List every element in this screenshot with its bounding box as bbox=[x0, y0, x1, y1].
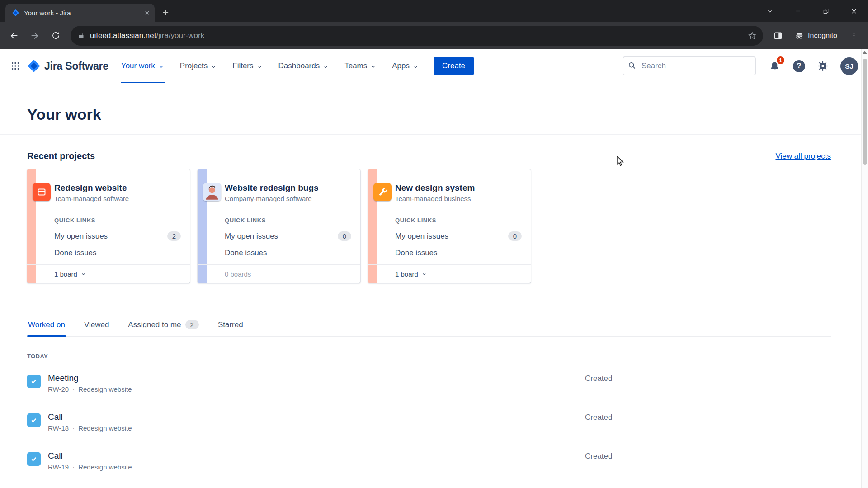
back-icon[interactable] bbox=[5, 26, 24, 45]
nav-projects[interactable]: Projects bbox=[180, 49, 217, 83]
section-heading-today: TODAY bbox=[27, 353, 831, 360]
side-panel-icon[interactable] bbox=[769, 26, 788, 45]
work-item-title[interactable]: Meeting bbox=[48, 373, 132, 383]
board-count-label: 0 boards bbox=[225, 270, 251, 278]
tab-label: Assigned to me bbox=[128, 320, 181, 329]
project-card[interactable]: Website redesign bugs Company-managed so… bbox=[198, 169, 360, 283]
done-issues-link[interactable]: Done issues bbox=[54, 249, 181, 258]
forward-icon[interactable] bbox=[25, 26, 44, 45]
work-item[interactable]: Meeting RW-20 · Redesign website Created bbox=[27, 373, 831, 393]
project-type: Company-managed software bbox=[225, 195, 351, 202]
title-divider bbox=[0, 134, 868, 135]
chevron-down-icon bbox=[421, 271, 427, 277]
work-item-title[interactable]: Call bbox=[48, 451, 132, 461]
user-avatar[interactable]: SJ bbox=[840, 57, 858, 75]
board-selector[interactable]: 1 board bbox=[27, 264, 190, 283]
done-issues-link[interactable]: Done issues bbox=[395, 249, 522, 258]
create-button[interactable]: Create bbox=[434, 57, 474, 75]
done-issues-label: Done issues bbox=[395, 249, 438, 258]
project-type: Team-managed software bbox=[54, 195, 181, 202]
main-navigation: Your work Projects Filters Dashboards Te… bbox=[121, 49, 419, 83]
tab-viewed[interactable]: Viewed bbox=[83, 315, 110, 336]
work-tabs: Worked on Viewed Assigned to me 2 Starre… bbox=[27, 315, 831, 337]
window-close-icon[interactable] bbox=[840, 0, 868, 22]
done-issues-link[interactable]: Done issues bbox=[225, 249, 351, 258]
browser-toolbar: uifeed.atlassian.net/jira/your-work Inco… bbox=[0, 22, 868, 49]
tab-close-icon[interactable] bbox=[144, 10, 150, 16]
app-switcher-icon[interactable] bbox=[6, 57, 24, 75]
work-item-title[interactable]: Call bbox=[48, 412, 132, 422]
nav-your-work[interactable]: Your work bbox=[121, 49, 165, 83]
view-all-projects-link[interactable]: View all projects bbox=[775, 152, 831, 161]
nav-label: Your work bbox=[121, 61, 155, 70]
task-checkmark-icon bbox=[27, 375, 41, 388]
tab-worked-on[interactable]: Worked on bbox=[27, 315, 66, 336]
tab-label: Worked on bbox=[28, 320, 65, 329]
recent-projects-heading: Recent projects bbox=[27, 151, 95, 161]
notifications-button[interactable]: 1 bbox=[768, 59, 781, 73]
nav-teams[interactable]: Teams bbox=[344, 49, 377, 83]
page-title: Your work bbox=[27, 106, 831, 123]
scrollbar-up-arrow-icon[interactable] bbox=[863, 51, 867, 54]
nav-filters[interactable]: Filters bbox=[232, 49, 263, 83]
help-button[interactable]: ? bbox=[793, 60, 805, 72]
project-card[interactable]: New design system Team-managed business … bbox=[368, 169, 531, 283]
chevron-down-icon bbox=[80, 271, 86, 277]
issue-key: RW-19 bbox=[48, 463, 69, 471]
tab-starred[interactable]: Starred bbox=[217, 315, 244, 336]
nav-label: Projects bbox=[180, 61, 208, 70]
incognito-icon bbox=[795, 31, 804, 40]
project-name[interactable]: Website redesign bugs bbox=[225, 183, 351, 193]
scrollbar-thumb[interactable] bbox=[863, 59, 867, 165]
bookmark-star-icon[interactable] bbox=[748, 31, 757, 40]
reload-icon[interactable] bbox=[46, 26, 65, 45]
nav-dashboards[interactable]: Dashboards bbox=[278, 49, 330, 83]
search-input[interactable] bbox=[623, 56, 756, 75]
incognito-indicator[interactable]: Incognito bbox=[789, 31, 843, 40]
window-controls bbox=[756, 0, 868, 22]
project-type: Team-managed business bbox=[395, 195, 522, 202]
jira-logo[interactable]: Jira Software bbox=[27, 59, 108, 73]
main-content: Your work Recent projects View all proje… bbox=[0, 106, 868, 471]
open-issues-count: 0 bbox=[338, 231, 351, 241]
issue-project: Redesign website bbox=[78, 463, 132, 471]
assigned-count-badge: 2 bbox=[185, 320, 199, 329]
tab-label: Starred bbox=[218, 320, 243, 329]
project-card[interactable]: Redesign website Team-managed software Q… bbox=[27, 169, 190, 283]
done-issues-label: Done issues bbox=[225, 249, 267, 258]
chevron-down-icon bbox=[210, 63, 217, 70]
page-scrollbar[interactable] bbox=[861, 49, 868, 488]
issue-project: Redesign website bbox=[78, 385, 132, 393]
open-issues-count: 0 bbox=[508, 231, 522, 241]
task-checkmark-icon bbox=[27, 413, 41, 427]
open-issues-link[interactable]: My open issues 0 bbox=[225, 231, 351, 241]
url-text[interactable]: uifeed.atlassian.net/jira/your-work bbox=[90, 31, 742, 40]
quick-links-label: QUICK LINKS bbox=[225, 217, 351, 224]
open-issues-link[interactable]: My open issues 0 bbox=[395, 231, 522, 241]
issue-key: RW-20 bbox=[48, 385, 69, 393]
address-bar[interactable]: uifeed.atlassian.net/jira/your-work bbox=[71, 26, 763, 46]
chevron-down-icon bbox=[158, 63, 165, 70]
nav-apps[interactable]: Apps bbox=[392, 49, 419, 83]
project-name[interactable]: Redesign website bbox=[54, 183, 181, 193]
work-item[interactable]: Call RW-19 · Redesign website Created bbox=[27, 451, 831, 471]
board-selector[interactable]: 1 board bbox=[368, 264, 531, 283]
secure-lock-icon[interactable] bbox=[78, 32, 85, 39]
project-name[interactable]: New design system bbox=[395, 183, 522, 193]
window-minimize-icon[interactable] bbox=[784, 0, 812, 22]
recent-project-cards: Redesign website Team-managed software Q… bbox=[27, 169, 831, 283]
tab-assigned-to-me[interactable]: Assigned to me 2 bbox=[127, 315, 200, 336]
work-item[interactable]: Call RW-18 · Redesign website Created bbox=[27, 412, 831, 432]
settings-button[interactable] bbox=[817, 60, 829, 72]
window-dropdown-icon[interactable] bbox=[756, 0, 784, 22]
browser-menu-icon[interactable] bbox=[844, 26, 863, 45]
open-issues-label: My open issues bbox=[54, 232, 108, 241]
jira-logo-icon bbox=[27, 59, 41, 73]
issue-key: RW-18 bbox=[48, 424, 69, 432]
open-issues-link[interactable]: My open issues 2 bbox=[54, 231, 181, 241]
new-tab-button[interactable] bbox=[157, 4, 174, 20]
chevron-down-icon bbox=[322, 63, 329, 70]
browser-tab[interactable]: Your work - Jira bbox=[5, 4, 155, 22]
work-item-status: Created bbox=[585, 452, 612, 461]
window-restore-icon[interactable] bbox=[812, 0, 840, 22]
